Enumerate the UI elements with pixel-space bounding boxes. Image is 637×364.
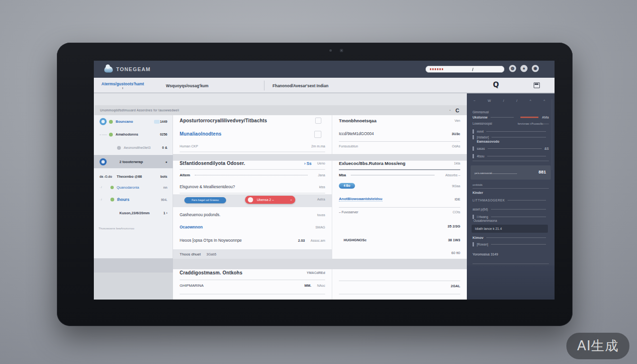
camera-icon xyxy=(340,49,343,52)
panel-row[interactable]: [ristador] xyxy=(473,135,549,139)
divider xyxy=(180,294,325,294)
data-row[interactable]: HUGHGNOSc 38 1W3 xyxy=(339,238,460,242)
caret-icon[interactable]: ^ xyxy=(529,99,531,102)
primary-link[interactable]: Munaliaolnodtens xyxy=(180,131,325,136)
row-link[interactable]: Ocaownnon xyxy=(180,225,309,229)
search-icon[interactable]: Q xyxy=(493,81,499,89)
data-row[interactable]: Gasheuenou podonds. touss xyxy=(180,212,325,217)
status-badge[interactable]: 4 Bo xyxy=(339,183,355,189)
data-row[interactable]: GHIPMARINA MM. NAoc xyxy=(180,283,325,288)
search-input[interactable] xyxy=(426,66,504,73)
panel-label: Yoromosius 3149 xyxy=(473,253,498,256)
field-label: Altem xyxy=(180,173,190,177)
sidebar-item[interactable]: · / Ihours 904. xyxy=(94,193,173,206)
slash-icon[interactable]: / xyxy=(517,99,518,102)
panel-row[interactable]: Yoromosius 3149 xyxy=(473,253,549,256)
row-value: 3Gab5 xyxy=(206,253,216,256)
panel-label: LITTHMASOGEREK xyxy=(473,199,505,202)
row-label: Funsusubtun xyxy=(339,145,446,148)
sidebar-item[interactable]: Bouncano 1449 xyxy=(94,115,173,128)
sidebar-item-value: bots xyxy=(160,175,167,178)
panel-label: mm4 xyxy=(477,130,483,133)
sidebar-item-value: 1449 xyxy=(160,120,167,123)
panel-label: Idiath lance k 21.4 xyxy=(475,227,502,230)
sidebar-item[interactable]: da -O.do Thecenbo @66 bots xyxy=(94,170,173,183)
panel-row: Eamsasovodo xyxy=(473,140,549,143)
refresh-icon[interactable]: C xyxy=(455,108,459,113)
tab-second[interactable]: Wsquoyqs/ousag'kum xyxy=(166,78,209,93)
field-row[interactable]: Altem Jana xyxy=(180,173,325,177)
avatar-cloud-icon xyxy=(100,118,107,125)
window-restore-icon[interactable] xyxy=(534,82,540,88)
wave-icon[interactable]: ~ xyxy=(473,99,475,102)
sidebar: Bouncano 1449 ~ —— Amahodonns 0256 Aeono… xyxy=(94,115,173,300)
field-row[interactable]: Mba Absorbs – xyxy=(339,173,460,177)
panel-label: ye's samuoral xyxy=(474,172,492,174)
link-row[interactable]: Ocaownnon SMAG xyxy=(180,225,325,229)
panel-value: fervivnas t:Puowo9c—— xyxy=(518,122,549,125)
accent-bar xyxy=(473,129,474,134)
panel-row[interactable]: I Hwang xyxy=(473,215,549,219)
divider xyxy=(339,169,460,170)
app-logo[interactable]: TONEGEAM xyxy=(104,66,151,73)
notifications-icon[interactable]: ◍ xyxy=(509,65,516,72)
sidebar-item[interactable]: · / Quanodaronia nn xyxy=(94,182,173,193)
expand-link[interactable]: › Ss xyxy=(304,161,312,166)
panel-label: asset p(6d) xyxy=(473,208,488,211)
data-row[interactable]: Elsgunove & Mealliesentdeou? ktss xyxy=(180,184,325,189)
value-row: 2GAL xyxy=(339,284,460,288)
panel-label: [Rowan] xyxy=(477,243,488,246)
danger-action-button[interactable]: Ubensa 2 – × xyxy=(245,196,295,204)
field-input-line[interactable] xyxy=(195,175,308,175)
tab-label: Aterms/gustoots'hamt xyxy=(101,82,144,86)
text-cursor xyxy=(472,67,473,71)
panel-row[interactable]: [Rowan] xyxy=(473,242,549,246)
data-row[interactable]: Heoos [opsa O'tps In Noywoonnpe 2.03 Ass… xyxy=(180,238,325,243)
close-icon[interactable]: × xyxy=(290,199,292,201)
row-link[interactable]: AnotBlowoaantdsteldsu xyxy=(339,197,382,201)
w-icon[interactable]: W xyxy=(488,99,491,102)
primary-action-button[interactable]: Fars bagel od Grasso xyxy=(184,197,226,203)
sidebar-footer xyxy=(94,273,173,300)
sidebar-item-selected[interactable]: 2 toooterwrap ● xyxy=(94,155,173,168)
link-row[interactable]: AnotBlowoaantdsteldsu IDE xyxy=(339,197,460,201)
panel-row[interactable]: sasas &S xyxy=(473,146,549,151)
panel-row[interactable]: mm4 xyxy=(473,129,549,134)
panel-row[interactable]: Kimov xyxy=(473,236,549,240)
panel-row[interactable]: Lowessnoopsi fervivnas t:Puowo9c—— xyxy=(473,122,549,125)
panel-row[interactable]: Ukstorew AMa xyxy=(473,116,549,119)
row-label: HUGHGNOSc xyxy=(344,238,442,242)
link-row[interactable]: Munaliaolnodtens xyxy=(180,131,325,136)
panel-label: ombitds xyxy=(473,183,482,186)
slash-icon[interactable]: / xyxy=(503,99,504,102)
menu-dot-icon[interactable]: · xyxy=(449,108,451,113)
panel-row[interactable]: 4tsou xyxy=(473,154,549,158)
sidebar-item[interactable]: Aeonondthe0let3 0 & xyxy=(94,141,173,154)
panel-highlight-row[interactable]: ye's samuoral 881 xyxy=(471,165,551,180)
tab-active[interactable]: Aterms/gustoots'hamt I xyxy=(101,78,144,93)
panel-row[interactable]: asset p(6d) xyxy=(473,208,549,211)
section-row: Exluecoc/8bs.Rutora Moss/eng 1kta xyxy=(339,161,460,166)
account-icon[interactable]: ◉ xyxy=(532,65,539,72)
row-number: MM. xyxy=(304,283,311,288)
section-title: Craddigostmasm. Ontkohs xyxy=(180,270,301,275)
sidebar-item[interactable]: Kuson,23/6/20mm 1 › xyxy=(94,207,173,219)
tab-third[interactable]: Fhanonod/Avesar'sext Indian xyxy=(273,78,328,93)
apps-icon[interactable]: ♠ xyxy=(520,65,528,72)
tab-label: Wsquoyqs/ousag'kum xyxy=(166,83,209,88)
panel-row[interactable]: LITTHMASOGEREK xyxy=(473,199,549,202)
content-area: Unommoqddfsdtmuuard Asserdnes for tauoww… xyxy=(94,93,555,300)
sidebar-item[interactable]: ~ —— Amahodonns 0256 xyxy=(94,128,173,141)
thumbnail-box xyxy=(315,118,321,124)
row-value: OdAs xyxy=(452,145,460,148)
data-row[interactable]: – Fuvoserver COts xyxy=(339,210,460,214)
caret-icon[interactable]: ^ xyxy=(544,99,545,102)
panel-inset-box[interactable]: Idiath lance k 21.4 xyxy=(472,225,548,233)
sidebar-item-label: Quanodaronia xyxy=(117,185,164,190)
panel-metric-value: 881 xyxy=(538,169,546,174)
field-input-line[interactable] xyxy=(351,175,435,175)
data-row[interactable]: Iccd/9teM1dGO004 3U3c xyxy=(339,131,460,136)
panel-row[interactable]: Kinder xyxy=(473,191,549,194)
row-label: Thoos dhuet xyxy=(180,252,200,256)
divider xyxy=(339,141,460,142)
